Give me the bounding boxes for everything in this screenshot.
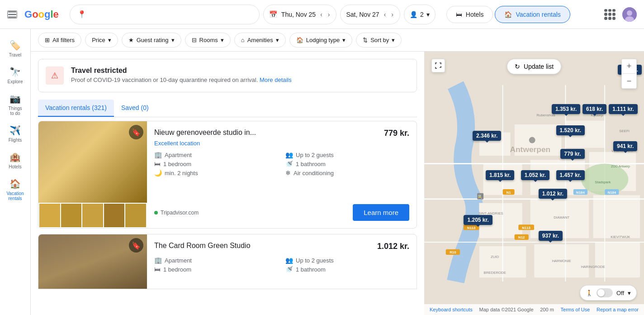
checkin-date-group[interactable]: 📅 Thu, Nov 25 ‹ ›: [263, 5, 337, 24]
price-marker-13[interactable]: 937 kr.: [539, 231, 563, 241]
price-marker-10[interactable]: 1.457 kr.: [556, 170, 585, 180]
toggle-switch[interactable]: [597, 288, 613, 297]
content-area: ⊞ All filters Price ▾ ★ Guest rating ▾ ⊟…: [31, 29, 644, 315]
rooms-dropdown-icon: ▾: [221, 37, 224, 43]
spec-minnights-label-1: min. 2 nights: [165, 170, 198, 177]
thumb-4[interactable]: [104, 204, 125, 227]
sidebar-label-vacation: Vacation rentals: [6, 191, 24, 201]
svg-rect-12: [593, 195, 640, 238]
guests-icon: 👥: [285, 151, 293, 158]
price-marker-7[interactable]: 941 kr.: [613, 141, 637, 151]
listing-footer-1: Tripadvisor.com Learn more: [154, 204, 409, 221]
result-tabs: Vacation rentals (321) Saved (0): [38, 100, 417, 117]
snow-icon: ❄: [285, 169, 291, 177]
user-avatar[interactable]: [622, 7, 637, 22]
thumb-5[interactable]: [125, 204, 146, 227]
sort-by-dropdown-icon: ▾: [392, 37, 395, 43]
sort-by-filter-button[interactable]: ⇅ Sort by ▾: [356, 33, 402, 48]
save-listing-2-button[interactable]: 🔖: [129, 238, 143, 253]
bed-icon-2: 🛏: [154, 266, 161, 273]
guest-rating-filter-button[interactable]: ★ Guest rating ▾: [122, 33, 181, 48]
learn-more-button-1[interactable]: Learn more: [353, 204, 409, 221]
map-panel[interactable]: N113 N113 N184 N184 N1 N12 R10 Antwerpen: [424, 52, 644, 315]
lodging-type-filter-button[interactable]: 🏠 Lodging type ▾: [289, 33, 352, 48]
hotels-tab[interactable]: 🛏 Hotels: [446, 6, 493, 23]
price-marker-2[interactable]: 618 kr.: [582, 104, 606, 114]
listing-specs-1: 🏢 Apartment 👥 Up to 2 guests 🛏 1 bedroo: [154, 151, 409, 177]
apps-grid-icon[interactable]: [604, 9, 615, 20]
location-input-group[interactable]: 📍 Antwerpen: [70, 5, 260, 24]
spec-type-label-2: Apartment: [165, 257, 192, 264]
price-marker-11[interactable]: 1.012 kr.: [539, 189, 567, 199]
pedestrian-toggle[interactable]: 🚶 Off ▾: [580, 285, 637, 301]
report-error-link[interactable]: Report a map error: [597, 307, 639, 312]
thumb-2[interactable]: [61, 204, 82, 227]
map-scale: 200 m: [540, 307, 554, 312]
all-filters-button[interactable]: ⊞ All filters: [38, 33, 81, 48]
sidebar-item-vacation-rentals[interactable]: 🏠 Vacation rentals: [2, 175, 29, 205]
svg-text:DIAMANT: DIAMANT: [554, 215, 569, 220]
amenities-icon: ⌂: [241, 37, 245, 43]
star-icon: ★: [128, 37, 134, 43]
fullscreen-button[interactable]: [431, 59, 445, 72]
zoom-in-button[interactable]: +: [622, 59, 636, 74]
spec-guests-label-1: Up to 2 guests: [296, 152, 334, 158]
price-marker-1[interactable]: 1.353 kr.: [552, 104, 580, 114]
lodging-type-dropdown-icon: ▾: [342, 37, 346, 43]
keyboard-shortcuts-link[interactable]: Keyboard shortcuts: [430, 307, 473, 312]
spec-guests-2: 👥 Up to 2 guests: [285, 257, 409, 264]
save-listing-1-button[interactable]: 🔖: [129, 125, 143, 139]
price-marker-4[interactable]: 2.346 kr.: [473, 131, 501, 141]
source-label-1: Tripadvisor.com: [161, 210, 199, 216]
filter-bar: ⊞ All filters Price ▾ ★ Guest rating ▾ ⊟…: [31, 29, 644, 52]
sidebar-item-things-to-do[interactable]: 📷 Things to do: [2, 90, 29, 119]
alert-title: Travel restricted: [71, 67, 292, 75]
hotels-icon: 🏨: [9, 152, 21, 162]
svg-text:BREDERODE: BREDERODE: [484, 271, 506, 275]
svg-text:KIEVITWIJK: KIEVITWIJK: [611, 235, 630, 239]
svg-text:N12: N12: [518, 235, 525, 239]
price-marker-9[interactable]: 1.052 kr.: [521, 170, 549, 180]
checkin-next-button[interactable]: ›: [327, 10, 331, 19]
listing-price-2: 1.012 kr.: [377, 242, 409, 251]
vacation-rentals-tab[interactable]: 🏠 Vacation rentals: [495, 6, 570, 23]
checkout-date-group[interactable]: Sat, Nov 27 ‹ ›: [340, 5, 400, 24]
price-marker-3[interactable]: 1.111 kr.: [609, 104, 637, 114]
hotels-tab-label: Hotels: [466, 11, 484, 18]
amenities-filter-button[interactable]: ⌂ Amenities ▾: [234, 33, 286, 48]
thumb-1[interactable]: [39, 204, 60, 227]
lodging-type-label: Lodging type: [306, 37, 340, 43]
sidebar-item-travel[interactable]: 🏷️ Travel: [2, 36, 29, 61]
price-dropdown-icon: ▾: [108, 37, 111, 43]
thumb-3[interactable]: [82, 204, 103, 227]
checkout-next-button[interactable]: ›: [390, 10, 394, 19]
sidebar-item-hotels[interactable]: 🏨 Hotels: [2, 148, 29, 173]
rooms-filter-button[interactable]: ⊟ Rooms ▾: [185, 33, 231, 48]
guests-group[interactable]: 👤 2 ▾: [404, 5, 436, 24]
sort-icon: ⇅: [363, 37, 368, 43]
guest-rating-label: Guest rating: [137, 37, 169, 43]
camera-icon: 📷: [9, 93, 21, 104]
listing-specs-2: 🏢 Apartment 👥 Up to 2 guests 🛏 1 bedroo: [154, 257, 409, 273]
location-input[interactable]: Antwerpen: [90, 10, 252, 18]
terms-link[interactable]: Terms of Use: [561, 307, 590, 312]
alert-description: Proof of COVID-19 vaccination or 10-day …: [71, 76, 292, 83]
price-marker-6[interactable]: 779 kr.: [560, 149, 584, 159]
zoom-out-button[interactable]: −: [622, 74, 636, 88]
vacation-rentals-results-tab[interactable]: Vacation rentals (321): [38, 100, 114, 117]
price-marker-8[interactable]: 1.815 kr.: [486, 170, 514, 180]
price-filter-button[interactable]: Price ▾: [85, 33, 118, 48]
alert-more-details-link[interactable]: More details: [260, 76, 292, 83]
saved-results-tab[interactable]: Saved (0): [114, 100, 156, 117]
checkin-prev-button[interactable]: ‹: [319, 10, 323, 19]
price-marker-12[interactable]: 1.205 kr.: [464, 215, 492, 225]
guest-rating-dropdown-icon: ▾: [171, 37, 175, 43]
sidebar-item-explore[interactable]: 🔭 Explore: [2, 63, 29, 88]
hamburger-menu[interactable]: [7, 10, 17, 19]
checkout-prev-button[interactable]: ‹: [383, 10, 387, 19]
sidebar-item-flights[interactable]: ✈️ Flights: [2, 121, 29, 146]
spec-minnights-1: 🌙 min. 2 nights: [154, 169, 278, 177]
listing-source-1: Tripadvisor.com: [154, 210, 199, 216]
update-list-button[interactable]: ↻ Update list: [507, 59, 561, 74]
price-marker-5[interactable]: 1.520 kr.: [556, 125, 585, 135]
